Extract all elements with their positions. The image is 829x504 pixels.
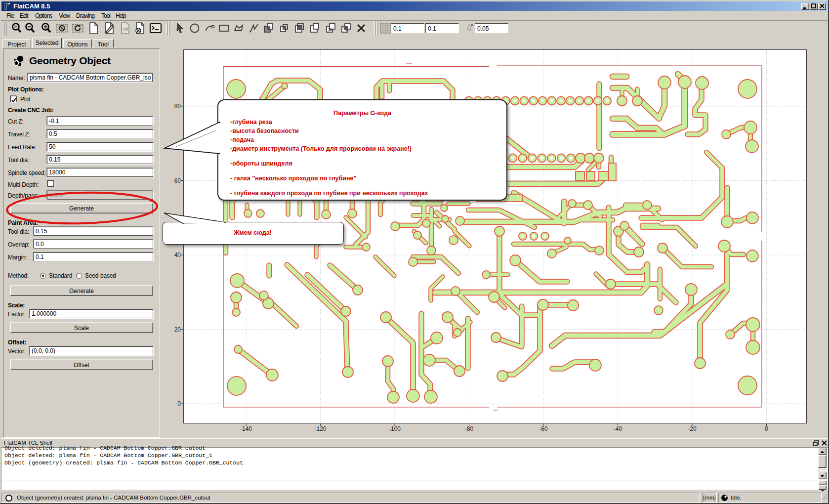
svg-text:Ok: Ok — [123, 27, 129, 32]
